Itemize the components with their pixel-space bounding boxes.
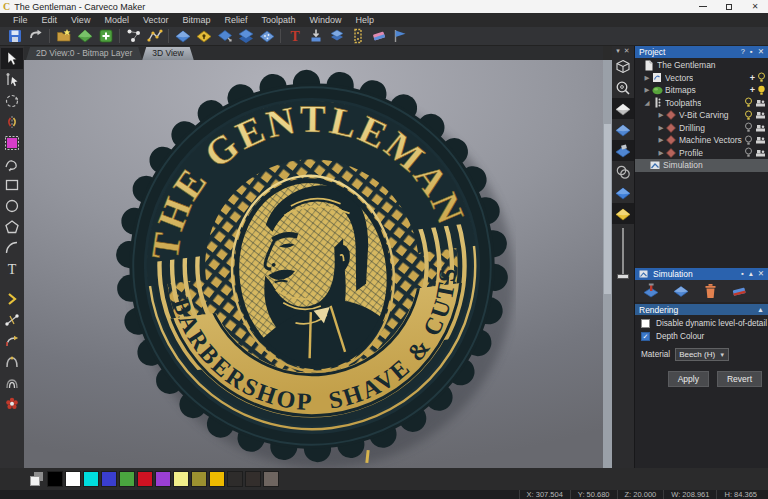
bitmap-select-tool[interactable]	[1, 132, 23, 153]
color-swatch[interactable]	[65, 471, 81, 487]
float-icon[interactable]: ▴	[749, 268, 753, 280]
ellipse-tool[interactable]	[1, 195, 23, 216]
clone-view-button[interactable]	[612, 161, 634, 182]
relief-erase-button[interactable]	[368, 28, 389, 45]
layer-blue2-button[interactable]	[612, 182, 634, 203]
color-swatch[interactable]	[119, 471, 135, 487]
menu-model[interactable]: Model	[97, 13, 136, 27]
expander-icon[interactable]: ▶	[643, 74, 651, 82]
menu-window[interactable]: Window	[302, 13, 348, 27]
relief-layer-button[interactable]	[172, 28, 193, 45]
tree-item-simulation[interactable]: Simulation	[635, 159, 768, 172]
lightbulb-icon[interactable]	[744, 97, 753, 108]
revert-button[interactable]: Revert	[717, 371, 762, 387]
tree-item-vbit-carving[interactable]: ▶ V-Bit Carving	[635, 109, 768, 122]
layer-white-button[interactable]	[612, 98, 634, 119]
lightbulb-icon[interactable]	[757, 72, 766, 83]
expander-icon[interactable]: ▶	[657, 136, 665, 144]
minimize-button[interactable]	[690, 0, 716, 13]
menu-edit[interactable]: Edit	[35, 13, 65, 27]
arc-tool[interactable]	[1, 237, 23, 258]
menu-relief[interactable]: Relief	[217, 13, 254, 27]
close-panel-icon[interactable]: ✕	[758, 46, 764, 58]
expander-icon[interactable]: ▶	[657, 111, 665, 119]
layer-blue-button[interactable]	[612, 119, 634, 140]
machine-icon[interactable]	[755, 123, 766, 133]
color-swatch[interactable]	[245, 471, 261, 487]
machine-icon[interactable]	[755, 98, 766, 108]
toolpath-preview-button[interactable]	[389, 28, 410, 45]
menu-view[interactable]: View	[64, 13, 97, 27]
menu-toolpath[interactable]: Toolpath	[254, 13, 302, 27]
relief-texture-button[interactable]	[256, 28, 277, 45]
erase-simulation-icon[interactable]	[731, 283, 748, 299]
close-button[interactable]: ✕	[742, 0, 768, 13]
pin-icon[interactable]: ▪	[741, 268, 744, 280]
tab-3d-view[interactable]: 3D View	[142, 47, 194, 60]
text-tool-button[interactable]: T	[284, 28, 305, 45]
tree-item-model[interactable]: The Gentleman	[635, 59, 768, 72]
delete-trash-icon[interactable]	[703, 283, 718, 299]
color-swatch[interactable]	[263, 471, 279, 487]
menu-help[interactable]: Help	[349, 13, 382, 27]
undo-button[interactable]	[25, 28, 46, 45]
node-editing-button[interactable]	[123, 28, 144, 45]
expander-icon[interactable]: ▶	[657, 149, 665, 157]
strip-close-icon[interactable]: ✕	[624, 47, 630, 55]
menu-vector[interactable]: Vector	[136, 13, 176, 27]
scrollbar-thumb[interactable]	[604, 124, 611, 294]
text-vector-tool[interactable]: T	[1, 258, 23, 279]
freehand-tool[interactable]	[1, 153, 23, 174]
polygon-tool[interactable]	[1, 216, 23, 237]
lightbulb-icon[interactable]	[744, 110, 753, 121]
vector-pick-tool[interactable]	[1, 288, 23, 309]
nesting-tool[interactable]	[1, 393, 23, 414]
join-tool[interactable]	[1, 351, 23, 372]
tab-2d-view[interactable]: 2D View:0 - Bitmap Layer	[26, 47, 142, 60]
rendering-section-header[interactable]: Rendering ▲	[635, 304, 768, 315]
color-swatch[interactable]	[173, 471, 189, 487]
isometric-view-button[interactable]	[612, 56, 634, 77]
lightbulb-off-icon[interactable]	[744, 135, 753, 146]
simulation-slider[interactable]	[612, 228, 634, 284]
fillet-tool[interactable]	[1, 330, 23, 351]
layer-stamp-button[interactable]	[612, 140, 634, 161]
lightbulb-off-icon[interactable]	[744, 122, 753, 133]
machine-icon[interactable]	[755, 148, 766, 158]
relief-lock-button[interactable]	[193, 28, 214, 45]
node-edit-tool[interactable]	[1, 69, 23, 90]
expander-icon[interactable]: ▶	[657, 124, 665, 132]
color-swatch[interactable]	[137, 471, 153, 487]
canvas-vertical-scrollbar[interactable]	[603, 60, 612, 468]
save-button[interactable]	[4, 28, 25, 45]
simulate-toolpaths-icon[interactable]	[643, 283, 660, 299]
collapse-chevron-icon[interactable]: ▲	[757, 306, 764, 313]
layer-gold-button[interactable]	[612, 203, 634, 224]
color-swatch[interactable]	[83, 471, 99, 487]
palette-options-icon[interactable]	[30, 472, 44, 486]
material-select[interactable]: Beech (H) ▼	[675, 348, 729, 361]
strip-collapse-icon[interactable]: ▾	[616, 47, 620, 55]
expander-open-icon[interactable]: ◢	[643, 99, 651, 107]
create-polyline-button[interactable]	[144, 28, 165, 45]
machine-icon[interactable]	[755, 110, 766, 120]
tree-item-vectors[interactable]: ▶ Vectors +	[635, 72, 768, 85]
tree-item-bitmaps[interactable]: ▶ Bitmaps +	[635, 84, 768, 97]
expander-icon[interactable]: ▶	[643, 86, 651, 94]
open-model-button[interactable]	[53, 28, 74, 45]
offset-tool[interactable]	[1, 372, 23, 393]
relief-layers-button[interactable]	[326, 28, 347, 45]
3d-viewport[interactable]: THE GENTLEMAN BARBERSHOP SHAVE & CUTS	[24, 60, 603, 468]
transform-tool[interactable]	[1, 90, 23, 111]
pin-icon[interactable]: ▪	[750, 46, 753, 58]
close-panel-icon[interactable]: ✕	[758, 268, 764, 280]
mirror-tool[interactable]	[1, 111, 23, 132]
depth-colour-checkbox[interactable]: ✓	[641, 332, 650, 341]
color-swatch[interactable]	[101, 471, 117, 487]
tree-item-profile[interactable]: ▶ Profile	[635, 147, 768, 160]
machine-icon[interactable]	[755, 135, 766, 145]
color-swatch[interactable]	[191, 471, 207, 487]
color-swatch[interactable]	[47, 471, 63, 487]
maximize-button[interactable]	[716, 0, 742, 13]
disable-lod-checkbox[interactable]	[641, 319, 650, 328]
